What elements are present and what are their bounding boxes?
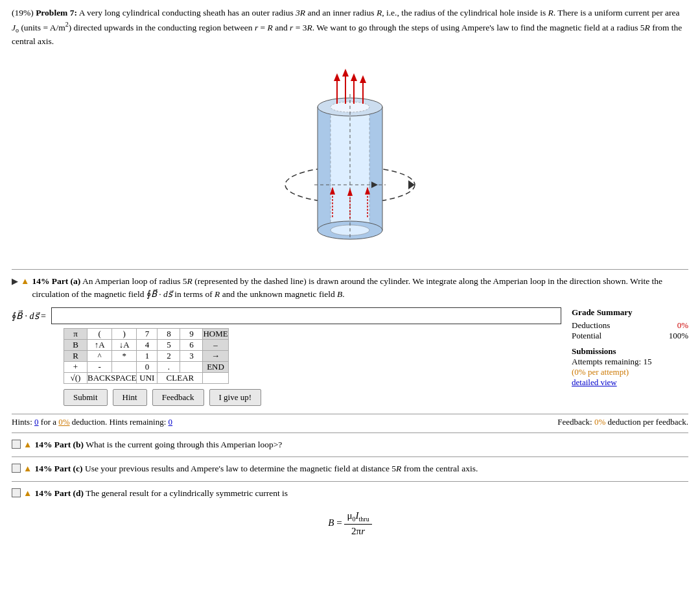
grade-summary: Grade Summary Deductions 0% Potential 10…: [572, 307, 688, 388]
answer-input[interactable]: [51, 307, 561, 324]
part-a-header: ▶ ▲ 14% Part (a) An Amperian loop of rad…: [12, 275, 688, 302]
submit-button[interactable]: Submit: [64, 389, 108, 406]
deductions-label: Deductions: [572, 320, 610, 331]
part-c-text: 14% Part (c) Use your previous results a…: [34, 462, 478, 475]
kp-9[interactable]: 9: [180, 329, 203, 340]
part-a-arrow: ▶: [12, 275, 18, 288]
kp-close-paren[interactable]: ): [112, 329, 137, 340]
part-b-checkbox[interactable]: [12, 440, 21, 449]
cylinder-figure: [12, 55, 688, 263]
kp-pi: π: [64, 329, 88, 340]
kp-6[interactable]: 6: [180, 340, 203, 351]
part-d: ▲ 14% Part (d) The general result for a …: [12, 487, 688, 500]
potential-row: Potential 100%: [572, 331, 688, 341]
kp-dash: –: [203, 340, 228, 351]
kp-right-arrow[interactable]: →: [203, 351, 228, 362]
kp-sub[interactable]: ↓A: [112, 340, 137, 351]
kp-empty2: [180, 362, 203, 373]
part-a-warning-icon: ▲: [21, 275, 29, 288]
problem-number: Problem 7:: [36, 8, 77, 18]
attempts-row: Attempts remaining: 15: [572, 357, 688, 367]
hint-button[interactable]: Hint: [113, 389, 147, 406]
kp-sup[interactable]: ↑A: [88, 340, 112, 351]
formula-lhs: B: [328, 517, 334, 528]
svg-marker-12: [342, 69, 349, 77]
kp-home[interactable]: HOME: [203, 329, 228, 340]
detailed-view-link[interactable]: detailed view: [572, 377, 617, 387]
kp-dot[interactable]: .: [158, 362, 180, 373]
answer-area: ∮B⃗ · ds⃗ = π ( ) 7 8 9 HOME B: [12, 307, 688, 410]
attempts-pct: (0% per attempt): [572, 367, 688, 377]
hints-pct: 0%: [58, 417, 69, 427]
part-b: ▲ 14% Part (b) What is the current going…: [12, 438, 688, 451]
kp-2[interactable]: 2: [158, 351, 180, 362]
hints-remaining-link[interactable]: 0: [169, 417, 173, 427]
potential-label: Potential: [572, 331, 601, 341]
part-d-warning: ▲: [23, 487, 32, 500]
deductions-row: Deductions 0%: [572, 320, 688, 331]
hints-num-link[interactable]: 0: [34, 417, 39, 427]
kp-end[interactable]: END: [203, 362, 228, 373]
kp-backspace[interactable]: BACKSPACE: [88, 373, 137, 384]
kp-caret[interactable]: ^: [88, 351, 112, 362]
hints-feedback-line: Hints: 0 for a 0% deduction. Hints remai…: [12, 414, 688, 427]
formula-numerator: μ0Ithru: [344, 510, 371, 525]
kp-1[interactable]: 1: [137, 351, 158, 362]
part-c-warning: ▲: [23, 462, 32, 475]
kp-5[interactable]: 5: [158, 340, 180, 351]
formula-equals: =: [336, 517, 344, 528]
deductions-value: 0%: [677, 320, 688, 331]
kp-R: R: [64, 351, 88, 362]
svg-marker-14: [351, 73, 357, 81]
potential-value: 100%: [669, 331, 688, 341]
kp-7[interactable]: 7: [137, 329, 158, 340]
kp-minus[interactable]: -: [88, 362, 112, 373]
answer-main: ∮B⃗ · ds⃗ = π ( ) 7 8 9 HOME B: [12, 307, 561, 410]
part-c: ▲ 14% Part (c) Use your previous results…: [12, 462, 688, 475]
attempts-value: 15: [643, 357, 651, 366]
attempts-label: Attempts remaining:: [572, 357, 641, 366]
divider-2: [12, 432, 688, 433]
answer-label: ∮B⃗ · ds⃗ =: [12, 311, 46, 322]
give-up-button[interactable]: I give up!: [209, 389, 262, 406]
kp-8[interactable]: 8: [158, 329, 180, 340]
part-b-warning: ▲: [23, 438, 32, 451]
problem-statement: (19%) Problem 7: A very long cylindrical…: [12, 6, 688, 49]
kp-open-paren[interactable]: (: [88, 329, 112, 340]
kp-sqrt[interactable]: √(): [64, 373, 88, 384]
part-c-checkbox[interactable]: [12, 464, 21, 473]
kp-empty: [112, 362, 137, 373]
kp-0[interactable]: 0: [137, 362, 158, 373]
buttons-row: Submit Hint Feedback I give up!: [64, 389, 561, 406]
kp-plus[interactable]: +: [64, 362, 88, 373]
hints-text: Hints: 0 for a 0% deduction. Hints remai…: [12, 417, 172, 427]
part-b-text: 14% Part (b) What is the current going t…: [34, 438, 282, 451]
submissions-title: Submissions: [572, 346, 688, 357]
page: (19%) Problem 7: A very long cylindrical…: [0, 0, 700, 546]
formula-fraction: μ0Ithru 2πr: [344, 510, 371, 537]
kp-B: B: [64, 340, 88, 351]
feedback-text: Feedback: 0% deduction per feedback.: [557, 417, 688, 427]
part-a-label-text: Part (a) An Amperian loop of radius 5R (…: [32, 276, 662, 299]
formula-denominator: 2πr: [344, 525, 371, 537]
feedback-pct: 0%: [594, 417, 605, 427]
feedback-button[interactable]: Feedback: [152, 389, 204, 406]
part-a-text: 14% Part (a) An Amperian loop of radius …: [32, 275, 688, 302]
kp-clear[interactable]: CLEAR: [158, 373, 203, 384]
part-d-text: 14% Part (d) The general result for a cy…: [34, 487, 288, 500]
formula-block: B = μ0Ithru 2πr: [12, 510, 688, 537]
kp-4[interactable]: 4: [137, 340, 158, 351]
kp-uni[interactable]: UNI: [137, 373, 158, 384]
keypad-wrapper: π ( ) 7 8 9 HOME B ↑A ↓A 4 5 6: [64, 328, 561, 384]
grade-summary-title: Grade Summary: [572, 307, 688, 318]
kp-mult[interactable]: *: [112, 351, 137, 362]
divider-3: [12, 456, 688, 457]
part-a-label: 14%: [32, 276, 49, 286]
svg-marker-16: [360, 75, 366, 83]
answer-row: ∮B⃗ · ds⃗ =: [12, 307, 561, 324]
cylinder-diagram: [275, 55, 425, 263]
divider-4: [12, 481, 688, 482]
kp-3[interactable]: 3: [180, 351, 203, 362]
svg-marker-10: [334, 73, 340, 81]
part-d-checkbox[interactable]: [12, 488, 21, 497]
